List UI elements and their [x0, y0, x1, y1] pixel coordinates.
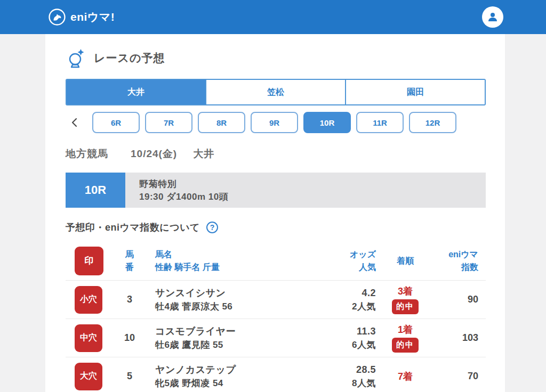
prediction-card: レースの予想 大井 笠松 園田 6R 7R 8R 9R 10R 11R 12R …: [45, 34, 505, 392]
table-header-row: 印 馬 番 馬名 性齢 騎手名 斤量 オッズ 人気 着順 eniウマ 指数: [66, 241, 486, 281]
app-logo[interactable]: eniウマ!: [48, 8, 115, 26]
popularity-value: 2人気: [296, 300, 376, 314]
horse-detail: 牝5歳 野畑凌 54: [155, 377, 296, 390]
index-value: 103: [435, 332, 486, 344]
meta-date: 10/24(金): [131, 147, 177, 161]
col-header-odds-line1: オッズ: [296, 248, 376, 261]
horse-logo-icon: [48, 8, 66, 26]
col-header-result: 着順: [376, 255, 435, 267]
col-header-horse-name: 馬名 性齢 騎手名 斤量: [147, 248, 296, 274]
venue-tabs: 大井 笠松 園田: [66, 79, 486, 105]
page-title: レースの予想: [94, 51, 165, 66]
meta-venue: 大井: [193, 147, 214, 161]
chevron-left-icon: [70, 118, 79, 127]
horse-number: 5: [113, 371, 147, 382]
result-rank: 3着: [376, 285, 435, 298]
horse-name: コスモブライヤー: [155, 324, 296, 338]
prev-races-button[interactable]: [66, 113, 84, 132]
race-meta-line: 地方競馬 10/24(金) 大井: [66, 147, 486, 161]
race-button-11r[interactable]: 11R: [356, 112, 404, 133]
mark-column-badge: 印: [75, 247, 103, 275]
result-rank: 7着: [376, 370, 435, 383]
col-header-horse-number: 馬 番: [113, 248, 147, 274]
race-details: 19:30 ダ1400m 10頭: [139, 191, 486, 203]
person-icon: [486, 11, 499, 23]
race-button-10r[interactable]: 10R: [303, 112, 351, 133]
odds-cell: 4.2 2人気: [296, 286, 376, 314]
race-banner-number: 10R: [66, 173, 125, 208]
result-cell: 1着 的中: [376, 323, 435, 353]
popularity-value: 6人気: [296, 338, 376, 352]
horse-detail: 牡6歳 鷹見陸 55: [155, 338, 296, 352]
about-label: 予想印・eniウマ指数について: [66, 221, 200, 234]
horse-detail: 牡4歳 菅原涼太 56: [155, 300, 296, 314]
crystal-ball-icon: [66, 48, 86, 68]
mark-badge: 大穴: [75, 363, 102, 390]
race-button-9r[interactable]: 9R: [251, 112, 298, 133]
section-title-row: レースの予想: [66, 48, 486, 68]
tab-ooi[interactable]: 大井: [67, 80, 205, 104]
meta-category: 地方競馬: [66, 147, 108, 161]
race-button-8r[interactable]: 8R: [198, 112, 245, 133]
race-banner-body: 野菊特別 19:30 ダ1400m 10頭: [125, 173, 486, 208]
col-header-horse-number-line2: 番: [113, 261, 147, 274]
hit-badge: 的中: [392, 338, 419, 353]
race-button-list: 6R 7R 8R 9R 10R 11R 12R: [92, 112, 456, 133]
race-name: 野菊特別: [139, 178, 486, 191]
col-header-horse-name-line2: 性齢 騎手名 斤量: [155, 261, 296, 274]
horse-name-cell: コスモブライヤー 牡6歳 鷹見陸 55: [147, 324, 296, 352]
table-row: 中穴 10 コスモブライヤー 牡6歳 鷹見陸 55 11.3 6人気 1着 的中…: [66, 319, 486, 357]
result-cell: 7着: [376, 370, 435, 383]
horse-name-cell: サンスイシサン 牡4歳 菅原涼太 56: [147, 286, 296, 314]
prediction-table: 印 馬 番 馬名 性齢 騎手名 斤量 オッズ 人気 着順 eniウマ 指数 小穴…: [45, 241, 505, 392]
tab-kasamatsu[interactable]: 笠松: [205, 80, 345, 104]
popularity-value: 8人気: [296, 377, 376, 390]
about-row: 予想印・eniウマ指数について ?: [66, 221, 486, 234]
col-header-horse-name-line1: 馬名: [155, 248, 296, 261]
index-value: 70: [435, 371, 486, 382]
mark-badge: 小穴: [75, 286, 102, 314]
horse-number: 10: [113, 332, 147, 344]
col-header-index: eniウマ 指数: [435, 248, 486, 274]
col-header-index-line1: eniウマ: [435, 248, 478, 261]
horse-name: ヤンノカステップ: [155, 363, 296, 377]
odds-cell: 11.3 6人気: [296, 324, 376, 352]
mark-badge: 中穴: [75, 324, 102, 352]
result-rank: 1着: [376, 323, 435, 336]
col-header-index-line2: 指数: [435, 261, 478, 274]
table-row: 小穴 3 サンスイシサン 牡4歳 菅原涼太 56 4.2 2人気 3着 的中 9…: [66, 281, 486, 319]
odds-cell: 28.5 8人気: [296, 363, 376, 390]
odds-value: 11.3: [296, 324, 376, 338]
app-header: eniウマ!: [0, 0, 546, 34]
hit-badge: 的中: [392, 299, 419, 314]
col-header-odds: オッズ 人気: [296, 248, 376, 274]
col-header-odds-line2: 人気: [296, 261, 376, 274]
odds-value: 28.5: [296, 363, 376, 377]
horse-name-cell: ヤンノカステップ 牝5歳 野畑凌 54: [147, 363, 296, 390]
help-icon[interactable]: ?: [206, 222, 218, 233]
horse-number: 3: [113, 294, 147, 305]
race-banner: 10R 野菊特別 19:30 ダ1400m 10頭: [66, 173, 486, 208]
race-button-12r[interactable]: 12R: [409, 112, 456, 133]
race-button-7r[interactable]: 7R: [145, 112, 192, 133]
tab-sonoda[interactable]: 園田: [345, 80, 485, 104]
result-cell: 3着 的中: [376, 285, 435, 314]
odds-value: 4.2: [296, 286, 376, 300]
race-number-nav: 6R 7R 8R 9R 10R 11R 12R: [66, 112, 486, 133]
horse-name: サンスイシサン: [155, 286, 296, 300]
col-header-horse-number-line1: 馬: [113, 248, 147, 261]
table-row: 大穴 5 ヤンノカステップ 牝5歳 野畑凌 54 28.5 8人気 7着 70: [66, 357, 486, 392]
race-button-6r[interactable]: 6R: [92, 112, 140, 133]
user-avatar-button[interactable]: [482, 6, 503, 28]
app-logo-text: eniウマ!: [70, 10, 115, 24]
index-value: 90: [435, 294, 486, 305]
